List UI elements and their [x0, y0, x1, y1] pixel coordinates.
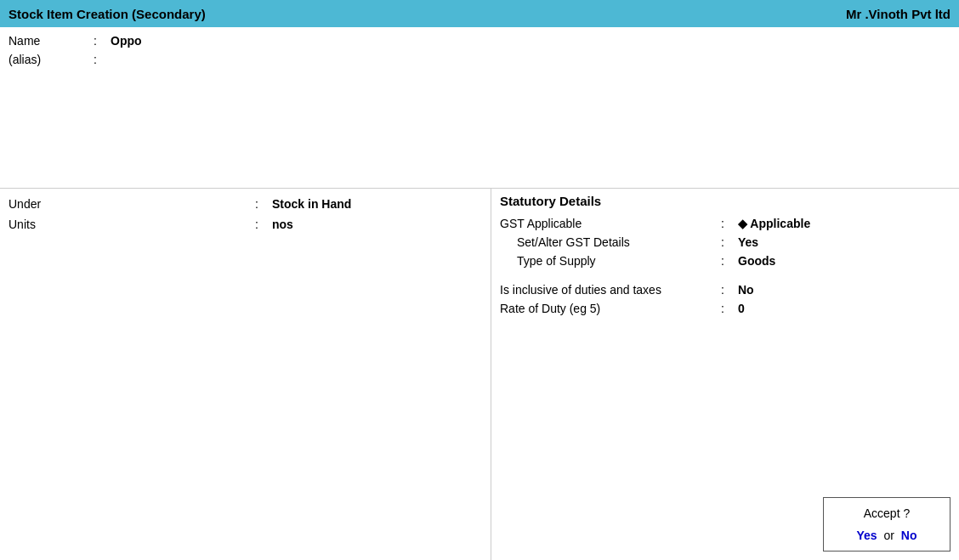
under-row: Under : Stock in Hand [9, 197, 482, 211]
units-colon: : [255, 218, 272, 231]
units-row: Units : nos [9, 218, 482, 231]
statutory-header: Statutory Details [500, 194, 950, 208]
alias-label: (alias) [9, 53, 94, 66]
name-label: Name [9, 34, 94, 48]
inclusive-duties-label: Is inclusive of duties and taxes [500, 283, 721, 297]
page-title: Stock Item Creation (Secondary) [9, 7, 206, 21]
gst-applicable-colon: : [721, 217, 738, 230]
name-value: Oppo [111, 34, 142, 48]
right-panel: Statutory Details GST Applicable : ◆ App… [491, 189, 959, 560]
rate-of-duty-label: Rate of Duty (eg 5) [500, 302, 721, 315]
type-of-supply-row: Type of Supply : Goods [500, 254, 950, 268]
accept-dialog-options: Yes or No [824, 523, 950, 551]
under-value: Stock in Hand [272, 197, 351, 211]
under-colon: : [255, 197, 272, 211]
app-header: Stock Item Creation (Secondary) Mr .Vino… [0, 0, 959, 27]
rate-of-duty-row: Rate of Duty (eg 5) : 0 [500, 302, 950, 315]
gst-applicable-row: GST Applicable : ◆ Applicable [500, 217, 950, 230]
accept-yes-button[interactable]: Yes [856, 529, 877, 542]
rate-of-duty-value: 0 [738, 302, 745, 315]
set-alter-gst-value: Yes [738, 235, 758, 249]
inclusive-duties-row: Is inclusive of duties and taxes : No [500, 283, 950, 297]
type-of-supply-label: Type of Supply [500, 254, 721, 268]
bottom-section: Under : Stock in Hand Units : nos Statut… [0, 189, 959, 560]
alias-row: (alias) : [9, 53, 950, 66]
alias-colon: : [94, 53, 111, 66]
set-alter-gst-label: Set/Alter GST Details [500, 235, 721, 249]
company-name: Mr .Vinoth Pvt ltd [846, 7, 950, 21]
gst-applicable-value: ◆ Applicable [738, 217, 810, 230]
units-label: Units [9, 218, 255, 231]
rate-of-duty-colon: : [721, 302, 738, 315]
name-colon: : [94, 34, 111, 48]
under-label: Under [9, 197, 255, 211]
inclusive-duties-value: No [738, 283, 754, 297]
units-value: nos [272, 218, 293, 231]
accept-or-label: or [884, 529, 894, 542]
inclusive-duties-colon: : [721, 283, 738, 297]
left-panel: Under : Stock in Hand Units : nos [0, 189, 491, 560]
set-alter-gst-colon: : [721, 235, 738, 249]
accept-dialog-title: Accept ? [824, 498, 950, 523]
accept-dialog: Accept ? Yes or No [823, 497, 950, 552]
top-section: Name : Oppo (alias) : [0, 27, 959, 189]
accept-no-button[interactable]: No [901, 529, 917, 542]
type-of-supply-colon: : [721, 254, 738, 268]
gst-applicable-label: GST Applicable [500, 217, 721, 230]
name-row: Name : Oppo [9, 34, 950, 48]
main-content: Name : Oppo (alias) : Under : Stock in H… [0, 27, 959, 560]
type-of-supply-value: Goods [738, 254, 775, 268]
set-alter-gst-row: Set/Alter GST Details : Yes [500, 235, 950, 249]
